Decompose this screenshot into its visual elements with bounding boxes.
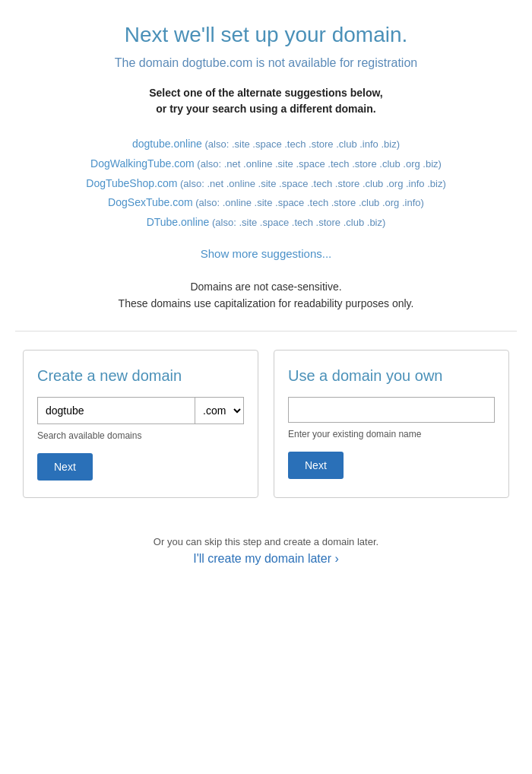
show-more-link[interactable]: Show more suggestions... xyxy=(15,247,517,260)
skip-section: Or you can skip this step and create a d… xyxy=(15,521,517,588)
own-domain-input[interactable] xyxy=(288,397,495,423)
suggestion-link[interactable]: DogWalkingTube.com xyxy=(90,157,195,170)
suggestion-also: (also: .net .online .site .space .tech .… xyxy=(177,178,445,189)
domain-input-row: .com .net .org .info .biz xyxy=(37,397,244,424)
main-heading: Next we'll set up your domain. xyxy=(15,23,517,47)
suggestion-link[interactable]: DogSexTube.com xyxy=(108,196,193,208)
create-next-button[interactable]: Next xyxy=(37,453,93,481)
instruction-line1: Select one of the alternate suggestions … xyxy=(149,87,383,99)
own-domain-title: Use a domain you own xyxy=(288,367,495,385)
suggestions-block: dogtube.online (also: .site .space .tech… xyxy=(23,135,509,232)
suggestion-item: DogTubeShop.com (also: .net .online .sit… xyxy=(23,175,509,193)
suggestion-link[interactable]: DTube.online xyxy=(147,216,210,228)
case-note: Domains are not case-sensitive. These do… xyxy=(15,278,517,312)
suggestion-item: DTube.online (also: .site .space .tech .… xyxy=(23,214,509,232)
instruction: Select one of the alternate suggestions … xyxy=(15,85,517,117)
suggestion-item: DogSexTube.com (also: .online .site .spa… xyxy=(23,194,509,212)
own-next-button[interactable]: Next xyxy=(288,452,344,479)
suggestion-also: (also: .net .online .site .space .tech .… xyxy=(195,158,442,170)
skip-link[interactable]: I'll create my domain later › xyxy=(193,552,339,565)
cards-row: Create a new domain .com .net .org .info… xyxy=(23,350,509,498)
create-domain-card: Create a new domain .com .net .org .info… xyxy=(23,350,258,498)
domain-select[interactable]: .com .net .org .info .biz xyxy=(195,397,244,424)
skip-text: Or you can skip this step and create a d… xyxy=(15,536,517,547)
own-domain-card: Use a domain you own Enter your existing… xyxy=(274,350,509,498)
create-domain-hint: Search available domains xyxy=(37,430,244,441)
own-domain-hint: Enter your existing domain name xyxy=(288,429,495,439)
page-wrapper: Next we'll set up your domain. The domai… xyxy=(0,0,532,604)
subtitle: The domain dogtube.com is not available … xyxy=(15,56,517,70)
suggestion-link[interactable]: dogtube.online xyxy=(132,138,202,150)
suggestion-also: (also: .online .site .space .tech .store… xyxy=(193,197,424,208)
suggestion-item: DogWalkingTube.com (also: .net .online .… xyxy=(23,155,509,173)
suggestion-also: (also: .site .space .tech .store .club .… xyxy=(202,138,400,150)
suggestion-link[interactable]: DogTubeShop.com xyxy=(86,177,177,189)
create-domain-title: Create a new domain xyxy=(37,367,244,385)
suggestion-also: (also: .site .space .tech .store .club .… xyxy=(209,217,385,228)
instruction-line2: or try your search using a different dom… xyxy=(156,103,375,115)
divider xyxy=(15,331,517,331)
suggestion-item: dogtube.online (also: .site .space .tech… xyxy=(23,135,509,154)
domain-text-input[interactable] xyxy=(37,397,195,424)
